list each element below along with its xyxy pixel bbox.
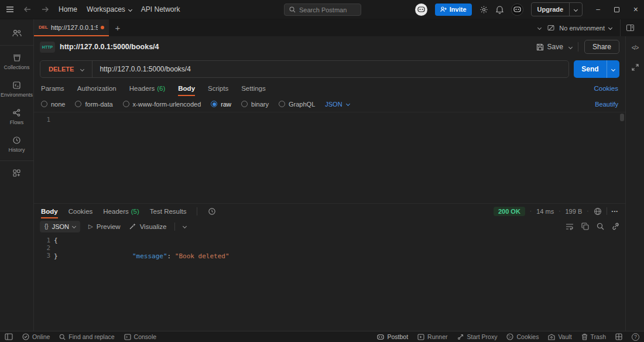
hamburger-menu-icon[interactable]: [6, 6, 14, 13]
editor-line-numbers: 1: [34, 112, 54, 203]
upgrade-chevron[interactable]: [569, 3, 582, 16]
online-status[interactable]: Online: [22, 333, 50, 340]
body-mode-none[interactable]: none: [41, 101, 65, 108]
back-icon[interactable]: [23, 6, 32, 13]
environment-quick-look-icon[interactable]: [626, 24, 635, 32]
window-maximize-button[interactable]: [614, 7, 619, 12]
postbot-icon[interactable]: [415, 4, 427, 16]
start-proxy-button[interactable]: Start Proxy: [457, 333, 498, 340]
response-tab-body[interactable]: Body: [41, 204, 58, 218]
sidebar-item-history[interactable]: History: [0, 131, 33, 158]
tab-body[interactable]: Body: [178, 81, 195, 96]
forward-icon[interactable]: [41, 6, 49, 13]
environment-selector[interactable]: No environment: [547, 24, 612, 32]
tab-params[interactable]: Params: [41, 81, 64, 96]
window-minimize-button[interactable]: –: [596, 5, 600, 13]
send-button[interactable]: Send: [574, 60, 619, 78]
response-time[interactable]: 14 ms: [536, 208, 554, 215]
beautify-link[interactable]: Beautify: [595, 101, 618, 108]
tab-authorization[interactable]: Authorization: [77, 81, 117, 96]
response-tab-cookies[interactable]: Cookies: [68, 204, 93, 218]
new-tab-button[interactable]: +: [109, 19, 126, 36]
people-icon: [12, 29, 22, 37]
send-options-chevron[interactable]: [607, 60, 619, 78]
globe-icon[interactable]: [594, 207, 602, 216]
flows-icon: [12, 108, 21, 117]
wrap-text-icon[interactable]: [566, 223, 574, 230]
editor-scrollbar[interactable]: [620, 114, 624, 202]
divider: [197, 207, 197, 216]
panel-layout-icon[interactable]: [615, 333, 622, 340]
postbot-button[interactable]: Postbot: [377, 333, 408, 340]
raw-language-selector[interactable]: JSON: [325, 101, 349, 108]
preview-button[interactable]: ▷ Preview: [88, 223, 121, 230]
trash-button[interactable]: Trash: [581, 333, 606, 340]
response-more-options[interactable]: •••: [612, 208, 618, 214]
app-topbar: Home Workspaces API Network Search Postm…: [0, 0, 644, 19]
chevron-down-icon: [128, 7, 132, 11]
body-mode-graphql[interactable]: GraphQL: [279, 101, 315, 108]
response-tab-headers[interactable]: Headers(5): [103, 204, 139, 218]
status-badge[interactable]: 200 OK: [494, 207, 525, 216]
search-input[interactable]: Search Postman: [284, 4, 361, 16]
search-response-icon[interactable]: [597, 223, 604, 230]
tab-headers[interactable]: Headers(6): [129, 81, 166, 96]
open-request-tab[interactable]: DEL http://127.0.0.1:5000/boo: [34, 19, 109, 36]
nav-workspaces[interactable]: Workspaces: [87, 5, 132, 13]
tab-settings[interactable]: Settings: [241, 81, 266, 96]
vault-button[interactable]: Vault: [548, 333, 571, 340]
json-key: "message": [132, 252, 167, 260]
tab-scripts[interactable]: Scripts: [208, 81, 228, 96]
window-close-button[interactable]: ×: [633, 5, 638, 14]
upgrade-button[interactable]: Upgrade: [531, 2, 583, 16]
json-value: "Book deleted": [175, 252, 229, 260]
vault-icon: [548, 334, 555, 340]
body-mode-binary[interactable]: binary: [241, 101, 269, 108]
toggle-sidebar-icon[interactable]: [5, 333, 13, 340]
visualize-chevron-icon[interactable]: [183, 224, 187, 228]
help-button[interactable]: ?: [632, 333, 639, 341]
search-icon: [289, 6, 296, 13]
link-icon[interactable]: [612, 223, 619, 230]
cookies-button[interactable]: Cookies: [506, 333, 539, 340]
code-snippet-icon[interactable]: </>: [632, 45, 638, 51]
response-format-selector[interactable]: {} JSON: [40, 221, 80, 232]
cookies-link[interactable]: Cookies: [594, 85, 618, 92]
console-icon: [124, 334, 131, 340]
notifications-bell-icon[interactable]: [496, 5, 503, 14]
visualize-button[interactable]: Visualize: [129, 223, 167, 230]
settings-gear-icon[interactable]: [479, 5, 488, 14]
console-button[interactable]: Console: [124, 333, 157, 340]
sidebar-workspace-icon[interactable]: [0, 24, 33, 43]
method-selector[interactable]: DELETE: [40, 61, 92, 77]
request-body-editor[interactable]: 1: [34, 112, 625, 203]
chevron-down-icon: [72, 224, 76, 228]
body-mode-raw[interactable]: raw: [211, 101, 231, 108]
left-sidebar-rail: Collections Environments Flows History: [0, 19, 34, 331]
nav-home[interactable]: Home: [59, 5, 77, 13]
sidebar-item-flows[interactable]: Flows: [0, 103, 33, 131]
url-input[interactable]: http://127.0.0.1:5000/books/4: [93, 65, 197, 73]
user-avatar[interactable]: [511, 4, 523, 16]
copy-icon[interactable]: [581, 223, 589, 230]
response-tab-test-results[interactable]: Test Results: [150, 204, 187, 218]
chevron-down-icon: [80, 67, 84, 71]
sidebar-item-environments[interactable]: Environments: [0, 76, 33, 103]
response-size[interactable]: 199 B: [566, 208, 583, 215]
save-button[interactable]: Save: [536, 43, 563, 51]
runner-button[interactable]: Runner: [417, 333, 447, 340]
body-mode-form-data[interactable]: form-data: [75, 101, 112, 108]
invite-button[interactable]: Invite: [435, 4, 472, 16]
response-body-viewer[interactable]: 1 2 3 { "message": "Book deleted" }: [34, 234, 625, 331]
sidebar-configure-icon[interactable]: [0, 163, 33, 183]
share-button[interactable]: Share: [584, 40, 619, 54]
sidebar-item-collections[interactable]: Collections: [0, 48, 33, 76]
nav-api-network[interactable]: API Network: [141, 5, 180, 13]
response-json: { "message": "Book deleted" }: [54, 234, 229, 331]
expand-panel-icon[interactable]: [632, 64, 639, 71]
response-history-icon[interactable]: [208, 207, 216, 216]
find-and-replace-button[interactable]: Find and replace: [59, 333, 114, 340]
tab-list-chevron-icon[interactable]: [537, 26, 542, 30]
save-options-chevron-icon[interactable]: [568, 45, 573, 49]
body-mode-urlencoded[interactable]: x-www-form-urlencoded: [123, 101, 201, 108]
